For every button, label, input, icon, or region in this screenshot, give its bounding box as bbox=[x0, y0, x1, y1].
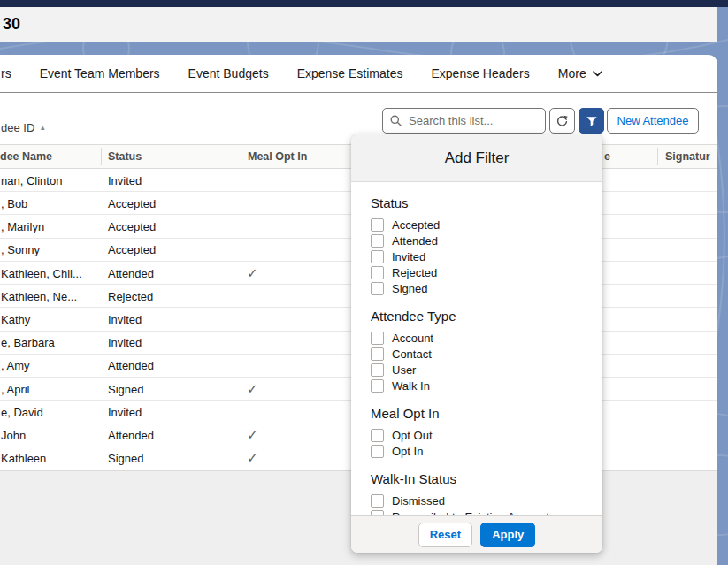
status-cell: Attended bbox=[108, 359, 154, 372]
filter-button[interactable] bbox=[579, 108, 604, 134]
column-header-attendee-name[interactable]: dee Name bbox=[0, 145, 52, 168]
attendee-name-cell: John bbox=[1, 429, 26, 442]
filter-option-opt-out[interactable]: Opt Out bbox=[371, 427, 588, 443]
new-attendee-button[interactable]: New Attendee bbox=[607, 108, 699, 134]
attendee-name-cell: Kathleen, Chil... bbox=[1, 266, 82, 279]
filter-section-meal-opt-in: Meal Opt In Opt Out Opt In bbox=[371, 405, 588, 459]
tab-expense-headers[interactable]: Expense Headers bbox=[431, 66, 529, 80]
checkbox[interactable] bbox=[371, 250, 384, 263]
filter-panel-header: Add Filter bbox=[351, 134, 602, 182]
attendee-name-cell: , Amy bbox=[1, 359, 30, 372]
related-tabs-row: rs Event Team Members Event Budgets Expe… bbox=[0, 55, 717, 93]
column-header-signature[interactable]: Signatur bbox=[665, 145, 710, 168]
status-cell: Attended bbox=[108, 266, 154, 279]
attendee-name-cell: , Marilyn bbox=[1, 220, 44, 233]
filter-section-heading: Walk-In Status bbox=[371, 470, 588, 488]
reset-button[interactable]: Reset bbox=[418, 523, 472, 547]
checkbox[interactable] bbox=[371, 347, 384, 361]
sorted-by-column[interactable]: dee ID ▲ bbox=[1, 121, 46, 134]
attendee-name-cell: Kathleen bbox=[1, 452, 46, 465]
filter-option-opt-in[interactable]: Opt In bbox=[371, 443, 588, 459]
checkbox[interactable] bbox=[371, 266, 384, 279]
checkbox[interactable] bbox=[371, 494, 384, 508]
status-cell: Accepted bbox=[108, 243, 156, 256]
filter-panel-title: Add Filter bbox=[445, 149, 510, 167]
filter-panel-footer: Reset Apply bbox=[351, 515, 602, 553]
filter-option-walk-in[interactable]: Walk In bbox=[371, 378, 588, 393]
refresh-icon bbox=[556, 114, 569, 127]
filter-section-heading: Attendee Type bbox=[371, 308, 588, 325]
search-icon bbox=[390, 115, 402, 126]
status-cell: Signed bbox=[108, 452, 143, 465]
column-divider bbox=[241, 148, 241, 165]
filter-option-invited[interactable]: Invited bbox=[371, 248, 588, 264]
filter-option-contact[interactable]: Contact bbox=[371, 346, 588, 362]
filter-section-status: Status Accepted Attended Invited Rejecte… bbox=[371, 195, 588, 296]
filter-option-rejected[interactable]: Rejected bbox=[371, 264, 588, 280]
attendee-name-cell: Kathy bbox=[1, 313, 30, 326]
list-search bbox=[382, 108, 546, 134]
attendee-name-cell: e, Barbara bbox=[1, 336, 55, 349]
tab-more[interactable]: More bbox=[558, 66, 602, 80]
filter-option-accepted[interactable]: Accepted bbox=[371, 217, 588, 233]
filter-option-attended[interactable]: Attended bbox=[371, 233, 588, 248]
tab-expense-estimates[interactable]: Expense Estimates bbox=[297, 66, 403, 80]
filter-section-walk-in-status: Walk-In Status Dismissed Reconciled to E… bbox=[371, 470, 588, 515]
tab-event-budgets[interactable]: Event Budgets bbox=[188, 66, 269, 80]
sort-ascending-icon: ▲ bbox=[39, 125, 46, 132]
attendee-name-cell: , April bbox=[1, 382, 30, 395]
attendee-name-cell: nan, Clinton bbox=[1, 173, 62, 187]
add-filter-panel: Add Filter Status Accepted Attended Invi… bbox=[351, 134, 602, 553]
filter-option-account[interactable]: Account bbox=[371, 330, 588, 346]
meal-opt-in-check-icon: ✓ bbox=[247, 381, 258, 397]
checkbox[interactable] bbox=[371, 234, 384, 248]
checkbox[interactable] bbox=[371, 282, 384, 295]
filter-option-reconciled[interactable]: Reconciled to Existing Account bbox=[371, 508, 588, 515]
refresh-button[interactable] bbox=[549, 108, 575, 134]
status-cell: Invited bbox=[108, 173, 142, 187]
status-cell: Invited bbox=[108, 405, 142, 418]
status-cell: Accepted bbox=[108, 220, 156, 233]
status-cell: Invited bbox=[108, 313, 142, 326]
checkbox[interactable] bbox=[371, 429, 384, 442]
chevron-down-icon bbox=[593, 71, 602, 77]
status-cell: Accepted bbox=[108, 196, 156, 210]
attendee-name-cell: e, David bbox=[1, 405, 43, 418]
column-header-truncated-type[interactable]: e bbox=[604, 145, 610, 168]
status-cell: Invited bbox=[108, 336, 142, 349]
checkbox[interactable] bbox=[371, 363, 384, 377]
filter-panel-body: Status Accepted Attended Invited Rejecte… bbox=[351, 182, 602, 515]
filter-option-dismissed[interactable]: Dismissed bbox=[371, 492, 588, 508]
meal-opt-in-check-icon: ✓ bbox=[247, 265, 258, 281]
attendee-name-cell: , Sonny bbox=[1, 243, 40, 256]
filter-section-attendee-type: Attendee Type Account Contact User Walk … bbox=[371, 308, 588, 393]
attendee-name-cell: Kathleen, Ne... bbox=[1, 289, 77, 302]
filter-section-heading: Status bbox=[371, 195, 588, 212]
column-header-status[interactable]: Status bbox=[108, 145, 142, 168]
filter-section-heading: Meal Opt In bbox=[371, 405, 588, 423]
search-input[interactable] bbox=[407, 113, 534, 128]
apply-button[interactable]: Apply bbox=[480, 523, 535, 547]
record-title: 30 bbox=[0, 15, 20, 34]
checkbox[interactable] bbox=[371, 332, 384, 345]
meal-opt-in-check-icon: ✓ bbox=[247, 450, 258, 466]
checkbox[interactable] bbox=[371, 445, 384, 458]
column-divider bbox=[657, 148, 658, 165]
column-header-meal-opt-in[interactable]: Meal Opt In bbox=[248, 145, 307, 168]
record-title-band: 30 bbox=[0, 7, 717, 42]
filter-option-signed[interactable]: Signed bbox=[371, 280, 588, 296]
status-cell: Attended bbox=[108, 429, 154, 442]
filter-icon bbox=[586, 115, 598, 127]
checkbox[interactable] bbox=[371, 218, 384, 232]
checkbox[interactable] bbox=[371, 379, 384, 393]
column-divider bbox=[101, 148, 102, 165]
global-header-bar bbox=[0, 0, 728, 7]
meal-opt-in-check-icon: ✓ bbox=[247, 427, 258, 443]
tab-event-team-members[interactable]: Event Team Members bbox=[40, 66, 160, 80]
tab-truncated[interactable]: rs bbox=[1, 66, 11, 80]
attendee-name-cell: , Bob bbox=[1, 196, 27, 210]
status-cell: Signed bbox=[108, 382, 143, 395]
status-cell: Rejected bbox=[108, 289, 153, 302]
filter-option-user[interactable]: User bbox=[371, 362, 588, 378]
